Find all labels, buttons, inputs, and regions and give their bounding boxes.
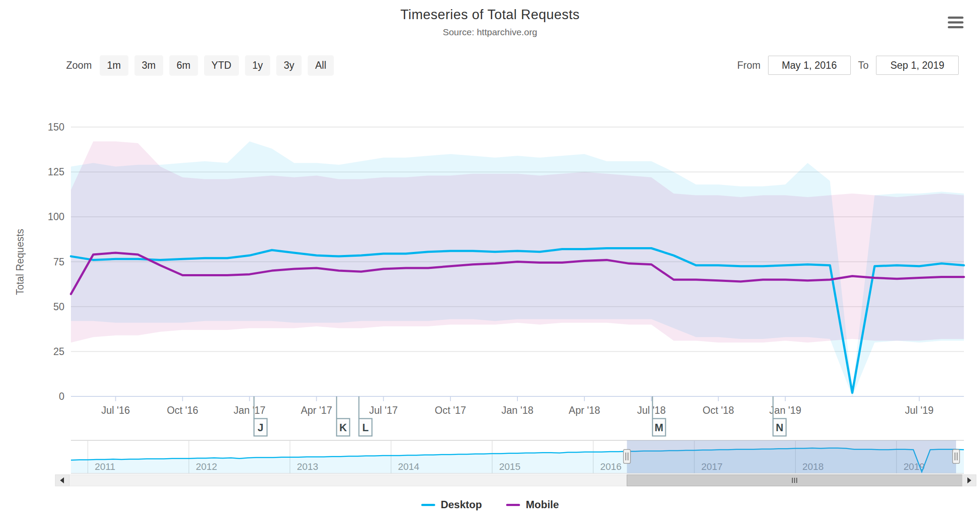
navigator-selected-mask[interactable] bbox=[627, 440, 956, 473]
y-axis-label: 75 bbox=[53, 256, 64, 268]
legend-item-mobile[interactable]: Mobile bbox=[506, 499, 559, 511]
x-axis-label: Jul '16 bbox=[101, 405, 130, 416]
legend-label: Desktop bbox=[441, 499, 482, 511]
y-axis-label: 0 bbox=[59, 391, 64, 402]
navigator-left-handle[interactable] bbox=[624, 449, 631, 463]
flag-label-j: J bbox=[258, 422, 263, 433]
chart-plot-svg: Jul '16Oct '16Jan '17Apr '17Jul '17Oct '… bbox=[0, 0, 980, 523]
x-axis-label: Jul '19 bbox=[905, 405, 934, 416]
y-axis-label: 25 bbox=[53, 346, 64, 357]
y-axis-title: Total Requests bbox=[14, 229, 26, 295]
legend-label: Mobile bbox=[526, 499, 559, 511]
x-axis-label: Apr '17 bbox=[301, 405, 332, 416]
flag-label-l: L bbox=[362, 422, 369, 433]
x-axis-label: Jul '18 bbox=[637, 405, 666, 416]
x-axis-label: Oct '17 bbox=[435, 405, 466, 416]
x-axis-label: Jul '17 bbox=[369, 405, 398, 416]
legend-item-desktop[interactable]: Desktop bbox=[421, 499, 482, 511]
y-axis-label: 125 bbox=[48, 166, 64, 178]
y-axis-label: 150 bbox=[48, 121, 64, 133]
x-axis-label: Jan '17 bbox=[234, 405, 265, 416]
chart-container: Timeseries of Total Requests Source: htt… bbox=[0, 0, 980, 523]
x-axis-label: Oct '18 bbox=[703, 405, 734, 416]
flag-label-n: N bbox=[776, 422, 783, 433]
navigator-right-handle[interactable] bbox=[953, 449, 960, 463]
y-axis-label: 100 bbox=[48, 211, 64, 222]
chart-legend: DesktopMobile bbox=[0, 499, 980, 511]
flag-label-k: K bbox=[339, 422, 347, 433]
legend-marker-desktop bbox=[421, 504, 435, 506]
x-axis-label: Apr '18 bbox=[569, 405, 600, 416]
x-axis-label: Jan '19 bbox=[769, 405, 801, 416]
legend-marker-mobile bbox=[506, 504, 520, 506]
flag-label-m: M bbox=[654, 422, 663, 433]
y-axis-label: 50 bbox=[53, 301, 64, 312]
x-axis-label: Oct '16 bbox=[167, 405, 198, 416]
x-axis-label: Jan '18 bbox=[501, 405, 533, 416]
